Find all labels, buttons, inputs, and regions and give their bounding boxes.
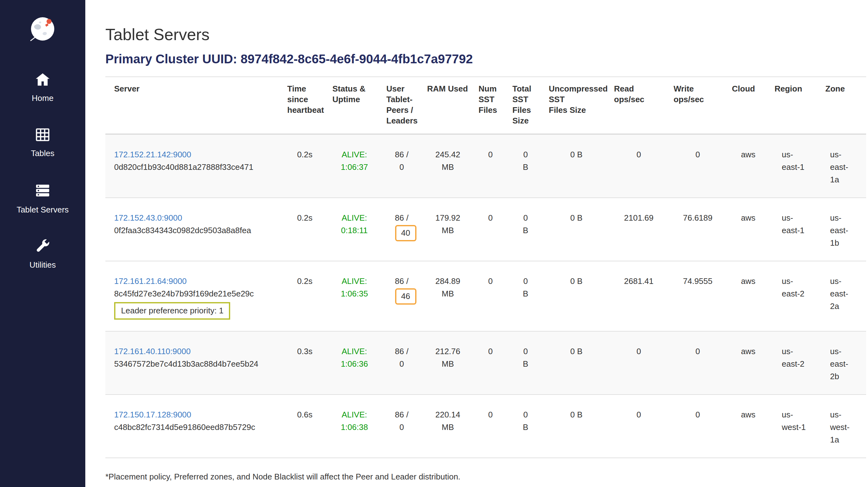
peers-count: 86: [395, 277, 404, 286]
heartbeat-cell: 0.3s: [282, 331, 328, 395]
server-uuid: 0f2faa3c834343c0982dc9503a8a8fea: [114, 224, 277, 237]
ram-cell: 220.14 MB: [422, 395, 473, 458]
planet-rocket-icon: [28, 36, 57, 46]
write-ops-cell: 0: [669, 395, 727, 458]
peers-count: 86: [395, 410, 404, 419]
cloud-cell: aws: [727, 134, 770, 198]
region-cell: us-east-1: [770, 134, 820, 198]
peers-leaders-cell: 86 / 40: [381, 198, 422, 261]
server-link[interactable]: 172.150.17.128:9000: [114, 409, 191, 421]
num-sst-cell: 0: [473, 198, 507, 261]
read-ops-cell: 0: [609, 134, 669, 198]
placement-note: *Placement policy, Preferred zones, and …: [105, 472, 868, 481]
col-region: Region: [770, 77, 820, 134]
sidebar-item-utilities[interactable]: Utilities: [29, 238, 56, 269]
num-sst-cell: 0: [473, 395, 507, 458]
sidebar-item-tablet-servers[interactable]: Tablet Servers: [17, 182, 69, 214]
ram-cell: 245.42 MB: [422, 134, 473, 198]
ram-cell: 284.89 MB: [422, 261, 473, 331]
heartbeat-cell: 0.6s: [282, 395, 328, 458]
col-zone: Zone: [820, 77, 866, 134]
read-ops-cell: 0: [609, 331, 669, 395]
status-cell: ALIVE: 1:06:36: [328, 331, 381, 395]
server-link[interactable]: 172.161.21.64:9000: [114, 275, 187, 288]
server-cell: 172.152.43.0:9000 0f2faa3c834343c0982dc9…: [105, 198, 282, 261]
page: Home Tables Tablet Servers Utilities: [0, 0, 868, 487]
heartbeat-cell: 0.2s: [282, 134, 328, 198]
peers-separator: /: [406, 213, 408, 223]
heartbeat-cell: 0.2s: [282, 198, 328, 261]
col-ram-used: RAM Used: [422, 77, 473, 134]
peers-separator: /: [406, 277, 408, 286]
primary-cluster-uuid: Primary Cluster UUID: 8974f842-8c65-4e6f…: [105, 52, 868, 66]
peers-separator: /: [406, 410, 408, 419]
sidebar-item-label: Tables: [31, 149, 54, 158]
peers-leaders-cell: 86 / 0: [381, 331, 422, 395]
col-num-sst-files: Num SST Files: [473, 77, 507, 134]
table-row: 172.150.17.128:9000 c48bc82fc7314d5e9186…: [105, 395, 866, 458]
server-uuid: c48bc82fc7314d5e91860eed87b5729c: [114, 421, 277, 434]
total-sst-size-cell: 0 B: [507, 261, 544, 331]
peers-leaders-cell: 86 / 0: [381, 395, 422, 458]
sidebar-item-tables[interactable]: Tables: [31, 127, 54, 158]
sidebar-item-label: Tablet Servers: [17, 205, 69, 214]
peers-count: 86: [395, 150, 404, 159]
cloud-cell: aws: [727, 331, 770, 395]
write-ops-cell: 0: [669, 134, 727, 198]
sidebar-nav: Home Tables Tablet Servers Utilities: [17, 71, 69, 269]
ram-cell: 179.92 MB: [422, 198, 473, 261]
peers-leaders-cell: 86 / 46: [381, 261, 422, 331]
num-sst-cell: 0: [473, 261, 507, 331]
zone-cell: us-west-1a: [820, 395, 866, 458]
server-cell: 172.150.17.128:9000 c48bc82fc7314d5e9186…: [105, 395, 282, 458]
table-row: 172.152.43.0:9000 0f2faa3c834343c0982dc9…: [105, 198, 866, 261]
sidebar-item-label: Home: [32, 93, 53, 103]
status-cell: ALIVE: 1:06:38: [328, 395, 381, 458]
zone-cell: us-east-2a: [820, 261, 866, 331]
home-icon: [34, 71, 51, 90]
col-uncompressed-sst-size: Uncompressed SST Files Size: [544, 77, 609, 134]
server-link[interactable]: 172.161.40.110:9000: [114, 345, 191, 358]
cloud-cell: aws: [727, 395, 770, 458]
leaders-count: 0: [400, 359, 404, 368]
peers-count: 86: [395, 347, 404, 356]
tablet-servers-icon: [34, 182, 52, 201]
yugabyte-logo[interactable]: [28, 15, 57, 44]
cloud-cell: aws: [727, 261, 770, 331]
tablet-servers-table: Server Time since heartbeat Status & Upt…: [105, 76, 866, 458]
num-sst-cell: 0: [473, 134, 507, 198]
sidebar: Home Tables Tablet Servers Utilities: [0, 0, 85, 487]
uncompressed-sst-size-cell: 0 B: [544, 198, 609, 261]
main-content: Tablet Servers Primary Cluster UUID: 897…: [85, 0, 868, 487]
region-cell: us-east-2: [770, 331, 820, 395]
zone-cell: us-east-2b: [820, 331, 866, 395]
write-ops-cell: 76.6189: [669, 198, 727, 261]
server-uuid: 8c45fd27e3e24b7b93f169de21e5e29c: [114, 288, 277, 300]
server-uuid: 53467572be7c4d13b3ac88d4b7ee5b24: [114, 358, 277, 370]
table-header-row: Server Time since heartbeat Status & Upt…: [105, 77, 866, 134]
col-server: Server: [105, 77, 282, 134]
region-cell: us-west-1: [770, 395, 820, 458]
table-row: 172.161.21.64:9000 8c45fd27e3e24b7b93f16…: [105, 261, 866, 331]
read-ops-cell: 0: [609, 395, 669, 458]
region-cell: us-east-2: [770, 261, 820, 331]
region-cell: us-east-1: [770, 198, 820, 261]
uncompressed-sst-size-cell: 0 B: [544, 261, 609, 331]
leaders-count-highlighted: 46: [395, 288, 416, 304]
server-link[interactable]: 172.152.43.0:9000: [114, 212, 182, 224]
total-sst-size-cell: 0 B: [507, 331, 544, 395]
col-cloud: Cloud: [727, 77, 770, 134]
server-link[interactable]: 172.152.21.142:9000: [114, 149, 191, 161]
num-sst-cell: 0: [473, 331, 507, 395]
utilities-wrench-icon: [34, 238, 51, 256]
server-cell: 172.161.21.64:9000 8c45fd27e3e24b7b93f16…: [105, 261, 282, 331]
server-cell: 172.152.21.142:9000 0d820cf1b93c40d881a2…: [105, 134, 282, 198]
peers-count: 86: [395, 213, 404, 223]
server-cell: 172.161.40.110:9000 53467572be7c4d13b3ac…: [105, 331, 282, 395]
sidebar-item-home[interactable]: Home: [32, 71, 53, 103]
cloud-cell: aws: [727, 198, 770, 261]
total-sst-size-cell: 0 B: [507, 198, 544, 261]
total-sst-size-cell: 0 B: [507, 134, 544, 198]
server-uuid: 0d820cf1b93c40d881a27888f33ce471: [114, 161, 277, 173]
heartbeat-cell: 0.2s: [282, 261, 328, 331]
